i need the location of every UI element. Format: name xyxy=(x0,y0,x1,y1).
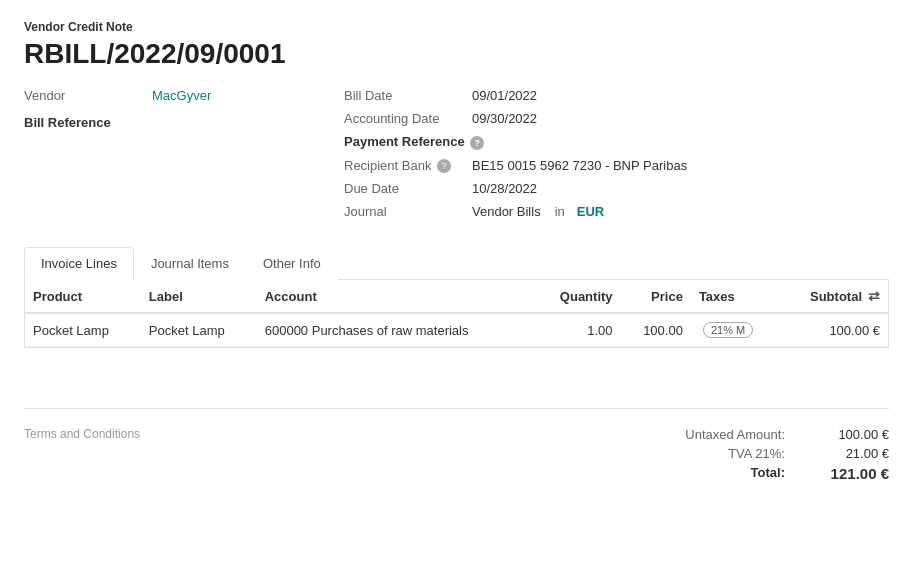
tab-content-invoice-lines: Product Label Account Quantity Price Tax… xyxy=(24,280,889,348)
cell-price: 100.00 xyxy=(621,313,691,347)
cell-subtotal: 100.00 € xyxy=(779,313,888,347)
journal-currency[interactable]: EUR xyxy=(577,204,604,219)
total-value: 121.00 € xyxy=(809,465,889,482)
cell-label: Pocket Lamp xyxy=(141,313,257,347)
bill-date-label: Bill Date xyxy=(344,88,464,103)
payment-reference-row: Payment Reference ? xyxy=(344,134,889,150)
bill-date-row: Bill Date 09/01/2022 xyxy=(344,88,889,103)
col-header-product: Product xyxy=(25,280,141,313)
vendor-value[interactable]: MacGyver xyxy=(152,88,211,103)
cell-product: Pocket Lamp xyxy=(25,313,141,347)
recipient-bank-help-icon[interactable]: ? xyxy=(437,159,451,173)
cell-taxes: 21% M xyxy=(691,313,780,347)
journal-row: Journal Vendor Bills in EUR xyxy=(344,204,889,219)
tab-journal-items[interactable]: Journal Items xyxy=(134,247,246,280)
form-left: Vendor MacGyver Bill Reference xyxy=(24,88,304,227)
col-header-quantity: Quantity xyxy=(534,280,621,313)
journal-value: Vendor Bills xyxy=(472,204,541,219)
recipient-bank-row: Recipient Bank ? BE15 0015 5962 7230 - B… xyxy=(344,158,889,174)
bill-reference-label: Bill Reference xyxy=(24,115,144,130)
tab-other-info[interactable]: Other Info xyxy=(246,247,338,280)
untaxed-row: Untaxed Amount: 100.00 € xyxy=(665,427,889,442)
totals-table: Untaxed Amount: 100.00 € TVA 21%: 21.00 … xyxy=(665,427,889,486)
total-label: Total: xyxy=(665,465,785,482)
col-header-label: Label xyxy=(141,280,257,313)
accounting-date-row: Accounting Date 09/30/2022 xyxy=(344,111,889,126)
tva-label: TVA 21%: xyxy=(665,446,785,461)
due-date-row: Due Date 10/28/2022 xyxy=(344,181,889,196)
payment-reference-help-icon[interactable]: ? xyxy=(470,136,484,150)
untaxed-label: Untaxed Amount: xyxy=(665,427,785,442)
vendor-label: Vendor xyxy=(24,88,144,103)
col-header-taxes: Taxes xyxy=(691,280,780,313)
col-header-account: Account xyxy=(257,280,534,313)
cell-account: 600000 Purchases of raw materials xyxy=(257,313,534,347)
accounting-date-value: 09/30/2022 xyxy=(472,111,537,126)
accounting-date-label: Accounting Date xyxy=(344,111,464,126)
footer-section: Terms and Conditions Untaxed Amount: 100… xyxy=(24,408,889,496)
table-row: Pocket Lamp Pocket Lamp 600000 Purchases… xyxy=(25,313,888,347)
due-date-value: 10/28/2022 xyxy=(472,181,537,196)
bill-date-value: 09/01/2022 xyxy=(472,88,537,103)
recipient-bank-label: Recipient Bank ? xyxy=(344,158,464,174)
document-title: RBILL/2022/09/0001 xyxy=(24,38,889,70)
col-header-subtotal: Subtotal ⇄ xyxy=(779,280,888,313)
col-header-price: Price xyxy=(621,280,691,313)
untaxed-value: 100.00 € xyxy=(809,427,889,442)
table-header-row: Product Label Account Quantity Price Tax… xyxy=(25,280,888,313)
page: Vendor Credit Note RBILL/2022/09/0001 Ve… xyxy=(0,0,913,516)
bill-reference-row: Bill Reference xyxy=(24,115,304,130)
payment-reference-label: Payment Reference ? xyxy=(344,134,484,150)
tabs: Invoice Lines Journal Items Other Info xyxy=(24,247,889,279)
cell-quantity: 1.00 xyxy=(534,313,621,347)
subtotal-adjust-icon[interactable]: ⇄ xyxy=(868,288,880,304)
invoice-table: Product Label Account Quantity Price Tax… xyxy=(25,280,888,347)
due-date-label: Due Date xyxy=(344,181,464,196)
form-section: Vendor MacGyver Bill Reference Bill Date… xyxy=(24,88,889,227)
tax-badge: 21% M xyxy=(703,322,753,338)
tab-invoice-lines[interactable]: Invoice Lines xyxy=(24,247,134,280)
journal-in: in xyxy=(555,204,565,219)
tva-value: 21.00 € xyxy=(809,446,889,461)
vendor-field-row: Vendor MacGyver xyxy=(24,88,304,103)
tva-row: TVA 21%: 21.00 € xyxy=(665,446,889,461)
recipient-bank-value: BE15 0015 5962 7230 - BNP Paribas xyxy=(472,158,687,173)
terms-label: Terms and Conditions xyxy=(24,427,140,441)
form-right: Bill Date 09/01/2022 Accounting Date 09/… xyxy=(344,88,889,227)
document-type: Vendor Credit Note xyxy=(24,20,889,34)
journal-label: Journal xyxy=(344,204,464,219)
total-row: Total: 121.00 € xyxy=(665,465,889,482)
tabs-container: Invoice Lines Journal Items Other Info xyxy=(24,247,889,280)
